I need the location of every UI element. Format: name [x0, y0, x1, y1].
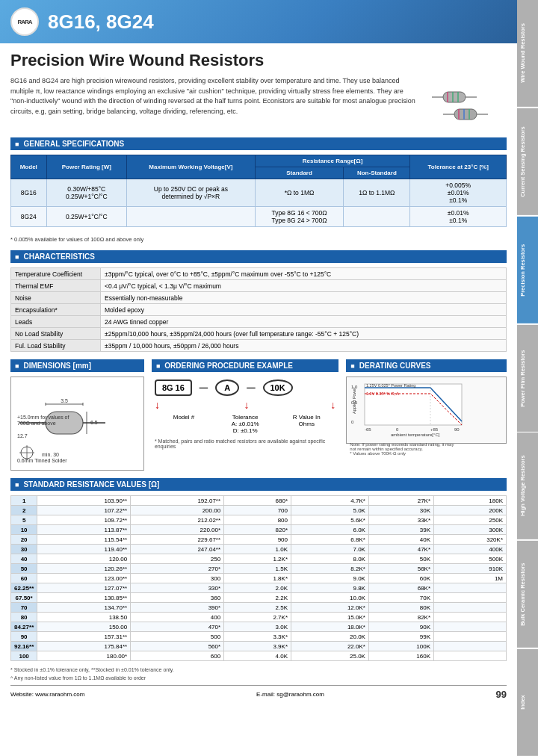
table-row: 1 103.90**192.07**680*4.7K*27K*180K — [11, 496, 507, 506]
table-row: Thermal EMF <0.4 μV/°C typical, < 1.3μ V… — [11, 280, 507, 292]
side-tab-power-film[interactable]: Power Film Resistors — [517, 325, 538, 432]
resistance-footnote-1: * Stocked in ±0.1% tolerance only, **Sto… — [10, 667, 507, 672]
resistor-image — [424, 76, 507, 128]
three-col-section: DIMENSIONS [mm] — [10, 359, 507, 471]
table-row: 60 123.00**3001.8K*9.0K60K1M — [11, 574, 507, 583]
col-tolerance: Tolerance at 23°C [%] — [410, 155, 507, 179]
svg-text:0.6mm Tinned Solder: 0.6mm Tinned Solder — [17, 458, 67, 463]
derating-section: DERATING CURVES -65 0 +85 90 1.0 0.5 0 — [346, 359, 507, 444]
col-non-standard: Non-Standard — [344, 167, 410, 179]
side-tab-bulk-ceramic[interactable]: Bulk Ceramic Resistors — [517, 541, 538, 648]
resistance-table: 1 103.90**192.07**680*4.7K*27K*180K 2 10… — [10, 495, 507, 661]
characteristics-table: Temperature Coefficient ±3ppm/°C typical… — [10, 267, 507, 352]
side-tab-current[interactable]: Current Sensing Resistors — [517, 108, 538, 215]
svg-rect-8 — [454, 109, 477, 120]
table-row: 10 113.87**220.00*820*6.0K39K300K — [11, 525, 507, 535]
svg-text:+85: +85 — [430, 427, 439, 432]
svg-rect-1 — [443, 92, 466, 102]
model-part: 8G 16 — [155, 379, 192, 396]
model-label: Model # — [155, 414, 213, 434]
table-row: 50 120.26**270*1.5K8.2K*56K*910K — [11, 564, 507, 574]
svg-text:700Ω and above: 700Ω and above — [17, 421, 56, 426]
table-row: 5 109.72**212.02**8005.6K*33K*250K — [11, 515, 507, 525]
description-section: 8G16 and 8G24 are high precision wirewou… — [10, 76, 507, 128]
table-row: 62.25** 127.07**330*2.0K9.8K68K* — [11, 583, 507, 593]
col-voltage: Maximum Working Voltage[V] — [127, 155, 256, 179]
table-row: Noise Essentially non-measurable — [11, 292, 507, 304]
side-navigation: Wire Wound Resistors Current Sensing Res… — [517, 0, 538, 756]
header-bar: RARA 8G16, 8G24 — [0, 0, 517, 43]
svg-text:+15.0mm for values of: +15.0mm for values of — [17, 415, 69, 420]
side-tab-wire-wound[interactable]: Wire Wound Resistors — [517, 0, 538, 107]
side-tab-precision[interactable]: Precision Resistors — [517, 217, 538, 323]
table-row: 8G16 0.30W/+85°C0.25W+1°C/°C Up to 250V … — [11, 179, 507, 207]
svg-text:0: 0 — [351, 420, 354, 424]
ordering-diagram: 8G 16 ─ A ─ 10K ↓ ↓ ↓ Model # ToleranceA… — [152, 377, 338, 455]
email-link: E-mail: sg@raraohm.com — [256, 691, 324, 698]
table-row: 8G24 0.25W+1°C/°C Type 8G 16 < 700ΩType … — [11, 207, 507, 227]
svg-text:Applied Power: Applied Power — [352, 387, 356, 414]
resistance-values-header: STANDARD RESISTANCE VALUES [Ω] — [10, 478, 507, 491]
dimensions-header: DIMENSIONS [mm] — [10, 359, 144, 372]
website-link: Website: www.raraohm.com — [10, 691, 84, 698]
specs-footnote: * 0.005% available for values of 100Ω an… — [10, 236, 507, 243]
svg-rect-31 — [365, 384, 462, 425]
ordering-footnote: * Matched, pairs and ratio matched resis… — [155, 439, 336, 449]
footer: Website: www.raraohm.com E-mail: sg@rara… — [10, 685, 507, 700]
characteristics-header: CHARACTERISTICS — [10, 250, 507, 263]
table-row: Temperature Coefficient ±3ppm/°C typical… — [11, 268, 507, 280]
table-row: 80 138.504002.7K*15.0K*82K* — [11, 613, 507, 622]
svg-text:90: 90 — [454, 427, 460, 432]
svg-text:0: 0 — [396, 427, 399, 432]
logo: RARA — [10, 7, 39, 36]
col-standard: Standard — [255, 167, 344, 179]
svg-text:1.25V 0.025* Power Rating: 1.25V 0.025* Power Rating — [366, 383, 415, 388]
general-specs-header: GENERAL SPECIFICATIONS — [10, 137, 507, 150]
table-row: Leads 24 AWG tinned copper — [11, 316, 507, 328]
svg-text:1.0V 0.25* % R, A: 1.0V 0.25* % R, A — [366, 391, 399, 396]
svg-text:6.5: 6.5 — [90, 420, 98, 425]
table-row: 30 119.40**247.04**1.0K7.0K47K*400K — [11, 545, 507, 554]
table-row: No Load Stability ±25ppm/10,000 hours, ±… — [11, 328, 507, 340]
main-content: RARA 8G16, 8G24 Precision Wire Wound Res… — [0, 0, 517, 707]
page-number: 99 — [496, 689, 507, 700]
table-row: 90 157.31**5003.3K*20.0K99K — [11, 632, 507, 642]
side-tab-index[interactable]: Index — [517, 649, 538, 756]
table-row: Ful. Load Stability ±35ppm / 10,000 hour… — [11, 340, 507, 352]
value-part: 10K — [263, 379, 293, 396]
page-description: 8G16 and 8G24 are high precision wirewou… — [10, 76, 417, 117]
table-row: 84.27** 150.00470*3.0K18.0K*90K — [11, 622, 507, 632]
table-row: 92.16** 175.84**560*3.9K*22.0K*100K — [11, 642, 507, 651]
col-model: Model — [11, 155, 47, 179]
resistance-footnote-2: ^ Any non-listed value from 1Ω to 1.1MΩ … — [10, 675, 507, 681]
table-row: 100 180.00*6004.0K25.0K160K — [11, 651, 507, 661]
derating-header: DERATING CURVES — [346, 359, 507, 372]
derating-note: Note: If power rating exceeds standard r… — [350, 442, 503, 456]
page-title: Precision Wire Wound Resistors — [10, 51, 507, 70]
table-row: Encapsulation* Molded epoxy — [11, 304, 507, 316]
svg-text:A/S: A/S — [19, 463, 28, 464]
table-row: 20 115.54**229.67**9006.8K*40K320K* — [11, 535, 507, 545]
tolerance-label: ToleranceA: ±0.01%D: ±0.1% — [216, 414, 274, 434]
dimensions-diagram: 3.5 6.5 12.7 +15.0mm for values of 700Ω … — [10, 377, 144, 471]
value-label: R Value InOhms — [277, 414, 336, 434]
ordering-section: ORDERING PROCEDURE EXAMPLE 8G 16 ─ A ─ 1… — [152, 359, 338, 455]
table-row: 70 134.70**390*2.5K12.0K*80K — [11, 603, 507, 613]
table-row: 67.50* 130.85**3602.2K10.0K70K — [11, 593, 507, 603]
general-specs-table: Model Power Rating [W] Maximum Working V… — [10, 155, 507, 227]
dimensions-section: DIMENSIONS [mm] — [10, 359, 144, 471]
derating-chart: -65 0 +85 90 1.0 0.5 0 1.25V 0. — [346, 377, 507, 444]
col-power: Power Rating [W] — [46, 155, 127, 179]
svg-text:-65: -65 — [365, 427, 371, 432]
tolerance-part: A — [215, 379, 239, 396]
col-resistance-range: Resistance Range[Ω] — [255, 155, 410, 167]
svg-text:3.5: 3.5 — [61, 398, 68, 403]
table-row: 40 120.002501.2K*8.0K50K500K — [11, 554, 507, 564]
ordering-header: ORDERING PROCEDURE EXAMPLE — [152, 359, 338, 372]
table-row: 2 107.22**200.007005.0K30K200K — [11, 506, 507, 515]
header-title: 8G16, 8G24 — [48, 10, 154, 34]
svg-text:ambient temperature[°C]: ambient temperature[°C] — [391, 433, 440, 437]
svg-text:12.7: 12.7 — [17, 433, 28, 439]
side-tab-high-voltage[interactable]: High Voltage Resistors — [517, 433, 538, 539]
svg-text:min. 30: min. 30 — [42, 452, 59, 457]
